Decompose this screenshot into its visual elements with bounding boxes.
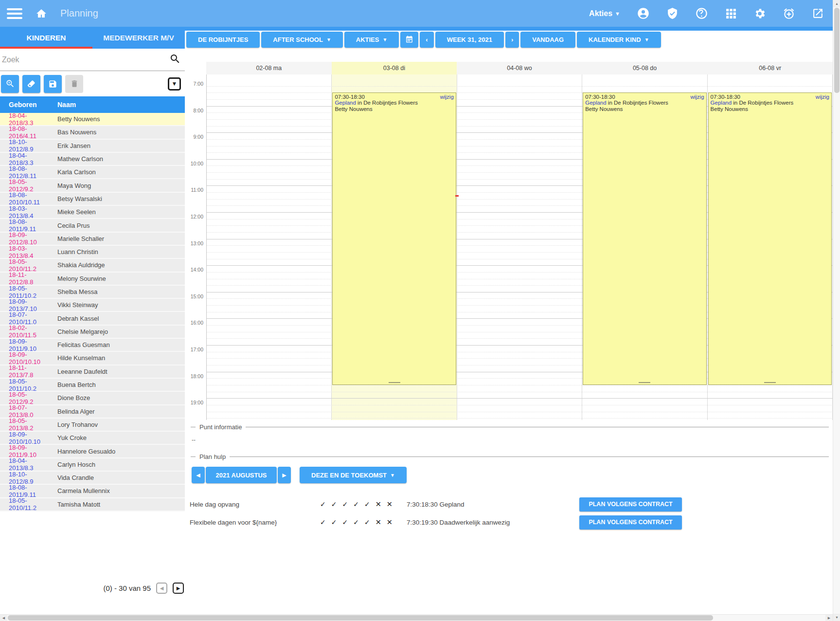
next-week-button[interactable]: › (505, 32, 519, 48)
table-row[interactable]: 18-05-2011/10.2Buena Bertch (0, 379, 185, 392)
table-row[interactable]: 18-03-2013/8.4Mieke Seelen (0, 206, 185, 219)
calendar-event[interactable]: 07:30-18:30wijzigGepland in De Robijntje… (332, 92, 456, 385)
naam-cell: Dione Boze (49, 394, 185, 402)
table-row[interactable]: 18-08-2011/9.11Cecila Prus (0, 219, 185, 232)
day-column[interactable] (207, 74, 332, 420)
table-row[interactable]: 18-08-2010/10.11Betsy Warsalski (0, 193, 185, 206)
table-row[interactable]: 18-05-2012/9.2Maya Wong (0, 179, 185, 192)
table-row[interactable]: 18-04-2018/3.3Betty Nouwens (0, 113, 185, 126)
table-row[interactable]: 18-07-2013/8.0Belinda Alger (0, 405, 185, 419)
table-row[interactable]: 18-05-2010/11.2Tamisha Matott (0, 498, 185, 511)
akties-button[interactable]: AKTIES▼ (344, 32, 399, 48)
table-row[interactable]: 18-09-2011/9.10Hannelore Gesualdo (0, 445, 185, 458)
grid-body[interactable]: 07:30-18:30wijzigGepland in De Robijntje… (206, 74, 833, 420)
akties-menu[interactable]: Akties▼ (589, 9, 620, 18)
scroll-up-icon[interactable]: ▲ (833, 0, 840, 7)
table-row[interactable]: 18-08-2012/8.11Karla Carlson (0, 166, 185, 179)
next-page-icon[interactable]: ▶ (173, 583, 184, 594)
tab-medewerker[interactable]: MEDEWERKER M/V (92, 27, 185, 49)
table-row[interactable]: 18-09-2011/9.10Felicitas Guesman (0, 339, 185, 352)
calendar-picker-button[interactable] (400, 32, 418, 48)
day-header-cell[interactable]: 04-08 wo (457, 62, 582, 74)
table-row[interactable]: 18-11-2013/7.8Leeanne Daufeldt (0, 365, 185, 379)
day-header-cell[interactable]: 05-08 do (582, 62, 708, 74)
day-header-cell[interactable]: 03-08 di (332, 62, 457, 74)
event-resize-handle[interactable] (764, 382, 776, 383)
table-row[interactable]: 18-05-2011/10.2Shelba Messa (0, 286, 185, 299)
save-icon[interactable] (44, 75, 62, 93)
next-month-icon[interactable]: ▶ (278, 467, 291, 483)
table-row[interactable]: 18-08-2016/4.11Bas Nouwens (0, 126, 185, 139)
event-edit-link[interactable]: wijzig (440, 94, 454, 100)
today-button[interactable]: VANDAAG (520, 32, 575, 48)
plan-volgens-contract-button[interactable]: PLAN VOLGENS CONTRACT (579, 497, 682, 511)
calendar-event[interactable]: 07:30-18:30wijzigGepland in De Robijntje… (583, 92, 706, 385)
naam-cell: Leeanne Daufeldt (49, 368, 185, 375)
event-resize-handle[interactable] (389, 382, 400, 383)
scroll-down-icon[interactable]: ▼ (833, 614, 840, 621)
event-resize-handle[interactable] (639, 382, 650, 383)
day-header-cell[interactable]: 06-08 vr (707, 62, 833, 74)
apps-grid-icon[interactable] (725, 7, 737, 19)
open-in-new-icon[interactable] (812, 7, 824, 19)
help-icon[interactable] (695, 7, 708, 20)
table-row[interactable]: 18-05-2010/11.2Shakia Auldridge (0, 259, 185, 272)
day-column[interactable] (457, 74, 582, 420)
table-row[interactable]: 18-11-2012/8.8Melony Sourwine (0, 273, 185, 286)
plan-volgens-contract-button[interactable]: PLAN VOLGENS CONTRACT (579, 515, 682, 530)
horizontal-scrollbar-thumb[interactable] (8, 615, 713, 621)
table-row[interactable]: 18-08-2011/9.11Carmela Mullennix (0, 485, 185, 498)
scope-button[interactable]: DEZE EN DE TOEKOMST▼ (300, 467, 407, 483)
eraser-icon[interactable] (22, 75, 40, 93)
kalender-kind-button[interactable]: KALENDER KIND▼ (577, 32, 661, 48)
event-edit-link[interactable]: wijzig (690, 94, 704, 100)
menu-icon[interactable] (7, 8, 22, 19)
table-row[interactable]: 18-02-2010/11.5Chelsie Melgarejo (0, 326, 185, 339)
table-row[interactable]: 18-09-2010/10.10Hilde Kunselman (0, 352, 185, 365)
table-row[interactable]: 18-09-2010/10.10Yuk Croke (0, 432, 185, 445)
geboren-cell: 18-11-2013/7.8 (0, 364, 49, 379)
calendar-event[interactable]: 07:30-18:30wijzigGepland in De Robijntje… (708, 92, 832, 385)
time-label: 16:00 (191, 320, 203, 326)
alarm-add-icon[interactable] (783, 7, 795, 20)
after-school-button[interactable]: AFTER SCHOOL▼ (261, 32, 342, 48)
table-row[interactable]: 18-09-2013/7.10Vikki Steinway (0, 299, 185, 312)
search-icon[interactable] (169, 53, 181, 67)
table-row[interactable]: 18-04-2013/8.3Carlyn Hosch (0, 458, 185, 472)
tab-kinderen[interactable]: KINDEREN (0, 27, 92, 49)
event-edit-link[interactable]: wijzig (816, 94, 829, 100)
table-row[interactable]: 18-10-2012/8.9Vida Crandle (0, 472, 185, 485)
table-row[interactable]: 18-03-2013/8.4Luann Christin (0, 246, 185, 259)
table-row[interactable]: 18-05-2013/8.2Lory Trohanov (0, 419, 185, 432)
shield-check-icon[interactable] (666, 7, 679, 20)
prev-week-button[interactable]: ‹ (420, 32, 433, 48)
calendar-panel: DE ROBIJNTJES AFTER SCHOOL▼ AKTIES▼ ‹ WE… (185, 27, 833, 614)
month-button[interactable]: 2021 AUGUSTUS (206, 467, 277, 483)
table-row[interactable]: 18-04-2018/3.3Mathew Carlson (0, 153, 185, 166)
geboren-cell: 18-04-2018/3.3 (0, 152, 49, 166)
table-row[interactable]: 18-09-2012/8.10Marielle Schaller (0, 233, 185, 246)
trash-icon[interactable] (65, 75, 83, 93)
naam-cell: Marielle Schaller (49, 235, 185, 242)
search-input[interactable] (2, 55, 169, 64)
table-row[interactable]: 18-05-2012/9.2Dione Boze (0, 392, 185, 405)
horizontal-scrollbar[interactable]: ◀ ▶ (0, 614, 833, 621)
week-label-button[interactable]: WEEK 31, 2021 (435, 32, 504, 48)
day-header-cell[interactable]: 02-08 ma (206, 62, 332, 74)
scroll-left-icon[interactable]: ◀ (0, 615, 7, 621)
group-button[interactable]: DE ROBIJNTJES (186, 32, 260, 48)
scroll-right-icon[interactable]: ▶ (825, 615, 833, 621)
account-icon[interactable] (637, 7, 650, 20)
table-row[interactable]: 18-10-2012/8.9Erik Jansen (0, 140, 185, 153)
zoom-in-icon[interactable] (1, 75, 19, 93)
naam-cell: Hannelore Gesualdo (49, 448, 185, 455)
vertical-scrollbar[interactable]: ▲ ▼ (833, 0, 840, 621)
check-icon: ✓ (320, 500, 326, 508)
prev-page-icon[interactable]: ◀ (156, 583, 167, 594)
table-row[interactable]: 18-07-2010/11.0Debrah Kassel (0, 312, 185, 325)
settings-gear-icon[interactable] (753, 7, 766, 20)
vertical-scrollbar-thumb[interactable] (834, 8, 840, 93)
prev-month-icon[interactable]: ◀ (192, 467, 205, 483)
home-icon[interactable] (35, 8, 48, 19)
dropdown-box-icon[interactable]: ▼ (168, 77, 181, 91)
